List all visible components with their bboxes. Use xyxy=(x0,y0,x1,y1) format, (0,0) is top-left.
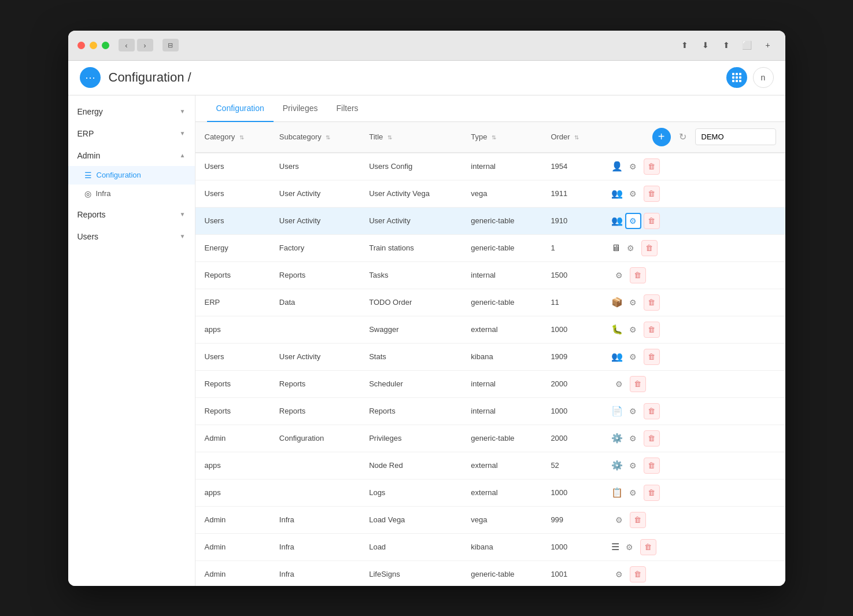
sort-icon-category[interactable]: ⇅ xyxy=(239,134,244,141)
minimize-button[interactable] xyxy=(90,42,97,49)
pie-icon: ◎ xyxy=(84,189,91,198)
header-logo[interactable]: ⋯ xyxy=(80,67,101,88)
cell-actions: 🖥 ⚙ 🗑 xyxy=(602,234,785,261)
cell-category: Energy xyxy=(195,234,270,261)
cell-title: Privileges xyxy=(360,425,461,452)
cell-actions: ⚙ 🗑 xyxy=(602,560,785,586)
titlebar-download-icon[interactable]: ⬇ xyxy=(697,39,714,51)
sidebar-item-erp[interactable]: ERP ▼ xyxy=(68,123,195,144)
back-button[interactable]: ‹ xyxy=(119,39,135,51)
settings-button[interactable]: ⚙ xyxy=(625,430,641,447)
settings-button[interactable]: ⚙ xyxy=(625,485,641,501)
grid-icon xyxy=(732,73,741,82)
delete-button[interactable]: 🗑 xyxy=(641,240,658,256)
chevron-down-icon: ▼ xyxy=(180,130,186,137)
avatar[interactable]: n xyxy=(753,67,774,88)
cell-actions: ⚙ 🗑 xyxy=(602,506,785,533)
settings-button[interactable]: ⚙ xyxy=(611,267,627,283)
sidebar-configuration-label: Configuration xyxy=(97,171,141,179)
sidebar-item-users[interactable]: Users ▼ xyxy=(68,226,195,247)
titlebar-controls: ⬆ ⬇ ⬆ ⬜ + xyxy=(677,39,776,51)
delete-button[interactable]: 🗑 xyxy=(630,376,646,392)
cell-category: apps xyxy=(195,479,270,506)
settings-button[interactable]: ⚙ xyxy=(611,376,627,392)
tab-configuration[interactable]: Configuration xyxy=(207,95,274,122)
cell-category: Admin xyxy=(195,425,270,452)
delete-button[interactable]: 🗑 xyxy=(644,322,660,338)
cell-title: Reports xyxy=(360,397,461,425)
config-table: Category ⇅ Subcategory ⇅ Title ⇅ xyxy=(195,122,785,586)
chevron-down-icon: ▼ xyxy=(180,211,186,217)
sidebar-item-admin[interactable]: Admin ▲ xyxy=(68,145,195,166)
sort-icon-subcategory[interactable]: ⇅ xyxy=(326,134,330,141)
delete-button[interactable]: 🗑 xyxy=(644,485,660,501)
cell-order: 1954 xyxy=(541,153,601,180)
settings-button[interactable]: ⚙ xyxy=(625,158,641,175)
sort-icon-type[interactable]: ⇅ xyxy=(492,134,496,141)
delete-button[interactable]: 🗑 xyxy=(630,566,646,582)
settings-button[interactable]: ⚙ xyxy=(625,458,641,474)
settings-button[interactable]: ⚙ xyxy=(625,186,641,202)
titlebar-add-tab-icon[interactable]: + xyxy=(760,39,776,51)
settings-button[interactable]: ⚙ xyxy=(622,539,638,555)
maximize-button[interactable] xyxy=(102,42,109,49)
table-header-row: Category ⇅ Subcategory ⇅ Title ⇅ xyxy=(195,122,785,153)
delete-button[interactable]: 🗑 xyxy=(644,458,660,474)
sort-icon-order[interactable]: ⇅ xyxy=(574,134,579,141)
settings-button[interactable]: ⚙ xyxy=(625,403,641,419)
cell-category: ERP xyxy=(195,289,270,316)
list-icon: ☰ xyxy=(611,541,619,552)
settings-button[interactable]: ⚙ xyxy=(611,566,627,582)
settings-button[interactable]: ⚙ xyxy=(625,322,641,338)
cell-title: Tasks xyxy=(360,261,461,289)
list-icon: ☰ xyxy=(84,171,92,180)
delete-button[interactable]: 🗑 xyxy=(644,294,660,311)
delete-button[interactable]: 🗑 xyxy=(644,403,660,419)
traffic-lights xyxy=(77,42,109,49)
logo-dots-icon: ⋯ xyxy=(85,71,95,84)
settings-button[interactable]: ⚙ xyxy=(611,512,627,528)
sidebar-item-infra[interactable]: ◎ Infra xyxy=(68,185,195,203)
delete-button[interactable]: 🗑 xyxy=(644,349,660,365)
settings-button[interactable]: ⚙ xyxy=(625,213,641,229)
cell-order: 1000 xyxy=(541,533,601,560)
refresh-button[interactable]: ↻ xyxy=(674,128,692,146)
close-button[interactable] xyxy=(77,42,85,49)
sidebar-section-reports: Reports ▼ xyxy=(68,204,195,225)
cell-category: Admin xyxy=(195,533,270,560)
col-type: Type ⇅ xyxy=(461,122,541,153)
titlebar-copy-icon[interactable]: ⬜ xyxy=(739,39,755,51)
delete-button[interactable]: 🗑 xyxy=(644,186,660,202)
tab-filters[interactable]: Filters xyxy=(327,95,367,122)
settings-button[interactable]: ⚙ xyxy=(623,240,639,256)
table-row: Reports Reports Tasks internal 1500 ⚙ 🗑 xyxy=(195,261,785,289)
delete-button[interactable]: 🗑 xyxy=(644,213,660,229)
delete-button[interactable]: 🗑 xyxy=(630,267,646,283)
cell-type: kibana xyxy=(461,533,541,560)
titlebar-pin-icon[interactable]: ⬆ xyxy=(677,39,693,51)
delete-button[interactable]: 🗑 xyxy=(630,512,646,528)
search-input[interactable] xyxy=(695,128,776,145)
sidebar-item-configuration[interactable]: ☰ Configuration xyxy=(68,166,195,185)
delete-button[interactable]: 🗑 xyxy=(644,430,660,447)
settings-button[interactable]: ⚙ xyxy=(625,294,641,311)
grid-view-button[interactable] xyxy=(726,67,747,88)
cell-category: Users xyxy=(195,153,270,180)
doc-icon: 📋 xyxy=(611,487,623,498)
col-actions: + ↻ xyxy=(602,122,785,153)
add-row-button[interactable]: + xyxy=(652,128,671,146)
cell-subcategory: Reports xyxy=(270,261,360,289)
sidebar-item-energy[interactable]: Energy ▼ xyxy=(68,101,195,122)
settings-button[interactable]: ⚙ xyxy=(625,349,641,365)
sidebar-section-users: Users ▼ xyxy=(68,226,195,247)
sort-icon-title[interactable]: ⇅ xyxy=(387,134,392,141)
tab-privileges[interactable]: Privileges xyxy=(274,95,327,122)
delete-button[interactable]: 🗑 xyxy=(644,158,660,175)
delete-button[interactable]: 🗑 xyxy=(640,539,656,555)
tab-overview-button[interactable]: ⊟ xyxy=(163,39,179,51)
sidebar-item-reports[interactable]: Reports ▼ xyxy=(68,204,195,225)
cell-subcategory: Factory xyxy=(270,234,360,261)
forward-button[interactable]: › xyxy=(137,39,153,51)
sidebar-erp-label: ERP xyxy=(77,129,94,138)
titlebar-share-icon[interactable]: ⬆ xyxy=(718,39,734,51)
